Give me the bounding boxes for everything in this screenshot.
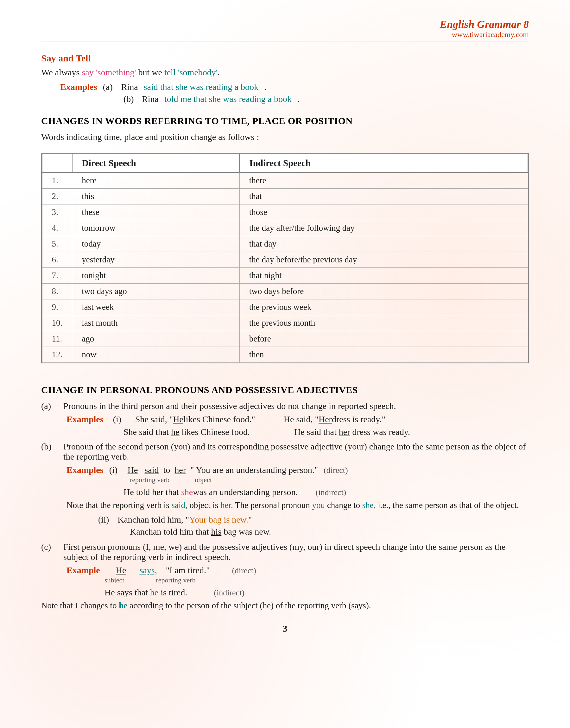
her-underlined: her [339,427,350,437]
intro-end: . [218,67,220,77]
direct-cell: ago [72,331,240,347]
ex-b-text: told me that she was reading a book [164,94,292,104]
kanchan-block: (ii) Kanchan told him, "Your bag is new.… [98,515,529,537]
quote-span: " You are an understanding person." [190,465,318,475]
part-c-text: First person pronouns (I, me, we) and th… [63,542,529,562]
he-c-underlined: He [116,565,126,575]
direct-cell: last week [72,299,240,315]
table-row: 9. last week the previous week [42,299,528,315]
indirect-cell: the day before/the previous day [239,252,528,268]
indirect-cell: the previous month [239,315,528,331]
ex-a-prefix: Rina [121,82,138,92]
pronouns-section: CHANGE IN PERSONAL PRONOUNS AND POSSESSI… [41,385,529,611]
reporting-verb-label: reporting verb [130,476,170,484]
reporting-verb-c: reporting verb [156,576,195,584]
says-c-underlined: says, [139,565,157,575]
part-a-examples: Examples (i) She said, "Helikes Chinese … [66,414,529,437]
table-row: 6. yesterday the day before/the previous… [42,252,528,268]
ex-b-end: . [297,94,300,104]
part-a-ex-label: Examples [66,414,103,425]
table-header-row: Direct Speech Indirect Speech [42,154,528,172]
th-direct: Direct Speech [72,154,240,172]
part-a-text: Pronouns in the third person and their p… [63,401,396,411]
row-num: 9. [42,299,72,315]
ex-a-end: . [264,82,266,92]
object-label: object [195,476,212,484]
speech-table-container: Direct Speech Indirect Speech 1. here th… [41,153,529,363]
I-note: I [75,601,78,610]
book-title: English Grammar 8 [41,18,529,30]
table-row: 3. these those [42,204,528,220]
page-header: English Grammar 8 www.tiwariacademy.com [41,13,529,41]
time-place-section: CHANGES IN WORDS REFERRING TO TIME, PLAC… [41,115,529,373]
ex-letter-b: (b) [123,94,136,104]
he-underlined: He [127,465,138,475]
table-row: 2. this that [42,189,528,204]
she-said-that: She said that he likes Chinese food. [123,427,250,437]
says-quote: "I am tired." [166,565,210,575]
intro-line: We always say 'something' but we tell 's… [41,67,529,78]
row-num: 5. [42,236,72,252]
row-num: 12. [42,347,72,363]
part-a-letter: (a) [41,401,57,411]
part-c-ex-label: Example [66,565,100,576]
time-place-intro: Words indicating time, place and positio… [41,132,529,142]
ex-letter-a: (a) [103,82,115,92]
indirect-cell: those [239,204,528,220]
part-c-intro: (c) First person pronouns (I, me, we) an… [41,542,529,562]
row-num: 7. [42,268,72,283]
she-indirect: she [181,487,193,497]
part-b-note: Note that the reporting verb is said, ob… [66,501,529,510]
direct-cell: tonight [72,268,240,283]
say-tell-heading: Say and Tell [41,53,529,64]
he-said-that: He said that her dress was ready. [294,427,410,437]
her-underlined2: her [175,465,186,475]
example-row-a: Examples (a) Rina said that she was read… [60,82,529,92]
he-note-c: he [119,601,127,610]
th-indirect: Indirect Speech [239,154,528,172]
indirect-cell: there [239,172,528,189]
row-num: 11. [42,331,72,347]
he-likes-underlined: He [173,414,183,424]
he1-underlined: he [171,427,179,437]
intro-middle: but we [136,67,164,77]
say-tell-examples: Examples (a) Rina said that she was read… [60,82,529,104]
row-num: 2. [42,189,72,204]
say-part: say 'something' [82,67,136,77]
part-b-ex-label: Examples [66,465,103,475]
said-note: said, [171,501,187,510]
indirect-cell: then [239,347,528,363]
direct-cell: yesterday [72,252,240,268]
part-c-letter: (c) [41,542,57,552]
tell-part: tell 'somebody' [164,67,218,77]
part-b-examples: Examples (i) He said to her " You are an… [66,465,529,537]
speech-table: Direct Speech Indirect Speech 1. here th… [42,153,528,363]
he-said-to: He said to her " You are an understandin… [127,465,318,475]
part-b-letter: (b) [41,442,57,452]
she-said: She said, "Helikes Chinese food." [135,414,255,425]
direct-cell: two days ago [72,283,240,299]
his-underlined: his [211,527,222,537]
reporting-verb-labels: reporting verb object [130,476,529,484]
part-c-example-row: Example He says, "I am tired." (direct) [66,565,529,576]
part-a-ex-i: (i) [113,414,126,425]
part-a-indirect-row: She said that he likes Chinese food. He … [123,427,529,437]
ex-b-prefix: Rina [142,94,159,104]
part-c-he-says: He says, "I am tired." [116,565,210,576]
part-c-indirect-line: He says that he is tired. (indirect) [104,588,529,598]
direct-cell: now [72,347,240,363]
part-b-ex-i-row: Examples (i) He said to her " You are an… [66,465,529,475]
table-row: 8. two days ago two days before [42,283,528,299]
part-a-ex-row: Examples (i) She said, "Helikes Chinese … [66,414,529,425]
he-said-span: He said, "Herdress is ready." [284,414,385,425]
row-num: 3. [42,204,72,220]
she-note: she, [362,501,376,510]
row-num: 8. [42,283,72,299]
pronouns-heading: CHANGE IN PERSONAL PRONOUNS AND POSSESSI… [41,385,529,395]
th-num [42,154,72,172]
your-bag: Your bag is new. [189,515,248,525]
to-span: to [163,465,170,475]
intro-before: We always [41,67,82,77]
table-row: 5. today that day [42,236,528,252]
indirect-cell: the day after/the following day [239,220,528,236]
